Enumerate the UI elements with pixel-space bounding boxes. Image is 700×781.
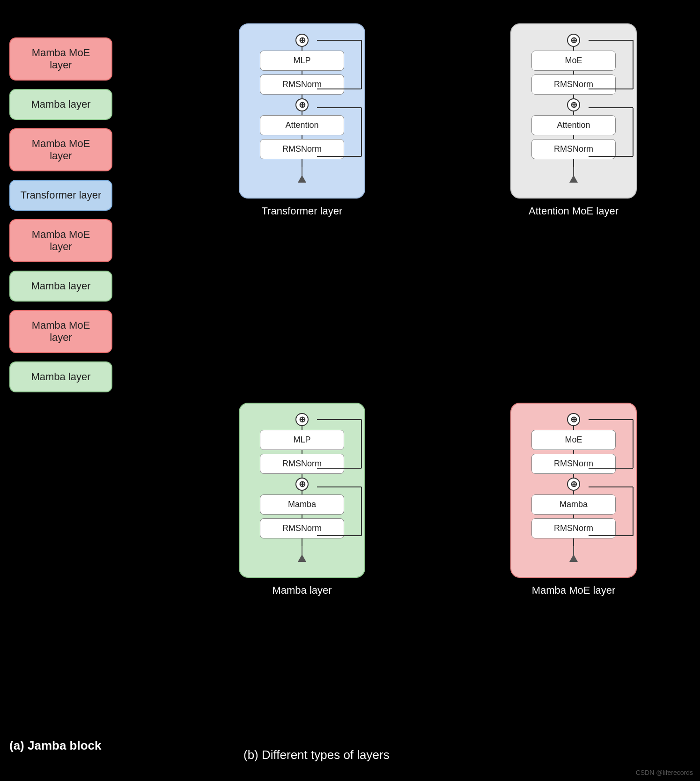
vline — [302, 491, 302, 494]
plus-circle-mid-transformer: ⊕ — [295, 98, 309, 111]
transformer-layer-label: Transformer layer — [262, 205, 343, 217]
plus-circle-top-mambamoe: ⊕ — [567, 413, 580, 426]
rmsnorm-top-mamba: RMSNorm — [260, 454, 344, 474]
moe-box-mambamoe: MoE — [531, 430, 616, 450]
arrow-attmoe — [569, 167, 578, 184]
label-b: (b) Different types of layers — [243, 748, 390, 762]
rmsnorm-bottom-attmoe: RMSNorm — [531, 139, 616, 159]
attention-box-transformer: Attention — [260, 115, 344, 135]
rmsnorm-bottom-mambamoe: RMSNorm — [531, 518, 616, 538]
layer-mamba-moe-1: Mamba MoE layer — [9, 37, 112, 81]
arrow-mamba — [298, 546, 306, 563]
rmsnorm-top-transformer: RMSNorm — [260, 74, 344, 95]
transformer-layer-diagram: ⊕ MLP RMSNorm ⊕ Atte — [239, 23, 365, 217]
vline — [573, 491, 574, 494]
vline — [302, 426, 302, 430]
vline — [302, 95, 302, 98]
mlp-box-transformer: MLP — [260, 51, 344, 71]
vline — [573, 95, 574, 98]
attention-moe-inner: ⊕ MoE RMSNorm ⊕ Attention RMSNorm — [525, 34, 622, 184]
rmsnorm-bottom-transformer: RMSNorm — [260, 139, 344, 159]
vline — [302, 474, 302, 478]
layer-transformer: Transformer layer — [9, 180, 112, 211]
vline — [302, 135, 302, 139]
layer-mamba-moe-3: Mamba MoE layer — [9, 219, 112, 262]
attention-moe-layer-label: Attention MoE layer — [529, 205, 619, 217]
mamba-moe-layer-box: ⊕ MoE RMSNorm ⊕ Mamba RMSNorm — [510, 403, 637, 578]
mamba-moe-inner: ⊕ MoE RMSNorm ⊕ Mamba RMSNorm — [525, 413, 622, 563]
mamba-layer-diagram: ⊕ MLP RMSNorm ⊕ Mamba RMSNorm — [239, 403, 365, 597]
label-a: (a) Jamba block — [9, 738, 102, 753]
vline — [573, 71, 574, 74]
layer-mamba-3: Mamba layer — [9, 361, 112, 392]
mamba-moe-layer-label: Mamba MoE layer — [532, 584, 616, 597]
watermark: CSDN @liferecords — [636, 769, 693, 776]
vline — [573, 111, 574, 115]
plus-circle-top-mamba: ⊕ — [295, 413, 309, 426]
vline — [573, 426, 574, 430]
mamba-block-box-mambamoe: Mamba — [531, 494, 616, 515]
vline — [302, 450, 302, 454]
vline — [573, 135, 574, 139]
arrow-transformer — [298, 167, 306, 184]
layer-mamba-moe-2: Mamba MoE layer — [9, 128, 112, 171]
left-column: Mamba MoE layer Mamba layer Mamba MoE la… — [9, 37, 112, 392]
mamba-layer-label: Mamba layer — [272, 584, 332, 597]
transformer-inner: ⊕ MLP RMSNorm ⊕ Atte — [254, 34, 350, 184]
vline — [302, 47, 302, 51]
vline — [302, 111, 302, 115]
vline — [302, 515, 302, 518]
vline — [573, 450, 574, 454]
vline — [302, 159, 302, 167]
plus-circle-mid-attmoe: ⊕ — [567, 98, 580, 111]
vline — [573, 474, 574, 478]
moe-box-attmoe: MoE — [531, 51, 616, 71]
vline — [302, 71, 302, 74]
vline — [573, 159, 574, 167]
attention-moe-layer-box: ⊕ MoE RMSNorm ⊕ Attention RMSNorm — [510, 23, 637, 199]
rmsnorm-top-mambamoe: RMSNorm — [531, 454, 616, 474]
mamba-block-box: Mamba — [260, 494, 344, 515]
layer-mamba-moe-4: Mamba MoE layer — [9, 310, 112, 353]
transformer-layer-box: ⊕ MLP RMSNorm ⊕ Atte — [239, 23, 365, 199]
vline — [573, 515, 574, 518]
rmsnorm-bottom-mamba: RMSNorm — [260, 518, 344, 538]
vline — [573, 47, 574, 51]
vline — [573, 538, 574, 546]
layer-mamba-2: Mamba layer — [9, 271, 112, 302]
mamba-layer-box: ⊕ MLP RMSNorm ⊕ Mamba RMSNorm — [239, 403, 365, 578]
mamba-moe-layer-diagram: ⊕ MoE RMSNorm ⊕ Mamba RMSNorm — [510, 403, 637, 597]
plus-circle-mid-mambamoe: ⊕ — [567, 478, 580, 491]
arrow-mambamoe — [569, 546, 578, 563]
rmsnorm-top-attmoe: RMSNorm — [531, 74, 616, 95]
mlp-box-mamba: MLP — [260, 430, 344, 450]
plus-circle-top-attmoe: ⊕ — [567, 34, 580, 47]
mamba-inner: ⊕ MLP RMSNorm ⊕ Mamba RMSNorm — [254, 413, 350, 563]
vline — [302, 538, 302, 546]
layer-mamba-1: Mamba layer — [9, 89, 112, 120]
attention-moe-layer-diagram: ⊕ MoE RMSNorm ⊕ Attention RMSNorm — [510, 23, 637, 217]
plus-circle-mid-mamba: ⊕ — [295, 478, 309, 491]
attention-box-attmoe: Attention — [531, 115, 616, 135]
plus-circle-top-transformer: ⊕ — [295, 34, 309, 47]
